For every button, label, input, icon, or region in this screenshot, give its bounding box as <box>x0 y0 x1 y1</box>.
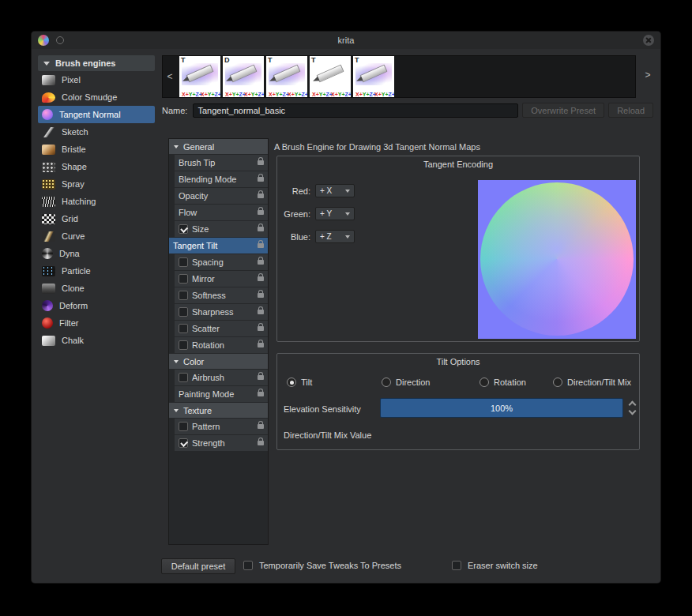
chevron-down-icon <box>174 145 179 148</box>
preset-thumbnail[interactable]: T X+Y+Z+ X+Y+Z+ <box>179 56 220 97</box>
eraser-switch-size-checkbox[interactable] <box>452 561 461 570</box>
radio-button-icon[interactable] <box>553 377 562 387</box>
radio-direction-tilt-mix[interactable]: Direction/Tilt Mix <box>553 377 631 387</box>
sidebar-item-filter[interactable]: Filter <box>38 314 155 332</box>
overwrite-preset-button[interactable]: Overwrite Preset <box>522 103 604 118</box>
option-painting-mode[interactable]: Painting Mode <box>175 386 268 402</box>
radio-rotation[interactable]: Rotation <box>480 377 526 387</box>
lock-icon[interactable] <box>258 424 264 429</box>
green-channel-dropdown[interactable]: + Y <box>315 207 355 220</box>
lock-icon[interactable] <box>258 193 264 198</box>
radio-tilt[interactable]: Tilt <box>287 377 312 387</box>
lock-icon[interactable] <box>258 441 264 445</box>
option-blending-mode[interactable]: Blending Mode <box>175 171 268 187</box>
sidebar-item-clone[interactable]: Clone <box>38 280 155 297</box>
sidebar-item-spray[interactable]: Spray <box>38 175 155 193</box>
blue-channel-dropdown[interactable]: + Z <box>315 230 355 243</box>
hatching-engine-icon <box>42 197 55 207</box>
option-rotation[interactable]: Rotation <box>175 337 268 353</box>
option-airbrush[interactable]: Airbrush <box>175 370 268 385</box>
sidebar-item-pixel[interactable]: Pixel <box>38 71 155 88</box>
brush-engines-header[interactable]: Brush engines <box>38 55 155 71</box>
sidebar-item-bristle[interactable]: Bristle <box>38 141 155 158</box>
reload-button[interactable]: Reload <box>608 103 653 118</box>
preset-thumbnail[interactable]: T X+Y+Z+ X+Y+Z+ <box>310 56 351 97</box>
radio-button-icon[interactable] <box>287 377 296 387</box>
lock-icon[interactable] <box>258 210 264 215</box>
option-tangent-tilt[interactable]: Tangent Tilt <box>169 238 268 254</box>
mirror-checkbox[interactable] <box>179 274 188 284</box>
preset-next-button[interactable]: > <box>641 69 654 81</box>
airbrush-checkbox[interactable] <box>179 373 188 382</box>
sidebar-item-hatching[interactable]: Hatching <box>38 193 155 210</box>
sidebar-item-grid[interactable]: Grid <box>38 210 155 227</box>
size-checkbox[interactable] <box>179 224 188 234</box>
option-size[interactable]: Size <box>175 221 268 237</box>
option-mirror[interactable]: Mirror <box>175 271 268 287</box>
lock-icon[interactable] <box>258 160 264 165</box>
sidebar-item-sketch[interactable]: Sketch <box>38 123 155 141</box>
sidebar-item-tangent-normal[interactable]: Tangent Normal <box>38 106 155 123</box>
rotation-checkbox[interactable] <box>179 340 188 350</box>
option-softness[interactable]: Softness <box>175 287 268 303</box>
dyna-engine-icon <box>42 248 53 259</box>
option-scatter[interactable]: Scatter <box>175 321 268 336</box>
scatter-checkbox[interactable] <box>179 324 188 333</box>
elevation-sensitivity-slider[interactable]: 100% <box>380 398 623 418</box>
lock-icon[interactable] <box>258 177 264 182</box>
pattern-checkbox[interactable] <box>179 422 188 431</box>
lock-icon[interactable] <box>258 243 264 248</box>
preset-prev-button[interactable]: < <box>163 71 177 82</box>
lock-icon[interactable] <box>258 326 264 331</box>
option-strength[interactable]: Strength <box>175 435 268 451</box>
chevron-down-icon <box>43 62 50 66</box>
close-icon[interactable] <box>643 35 654 46</box>
options-header-color[interactable]: Color <box>169 354 268 369</box>
tilt-options-title: Tilt Options <box>277 354 639 366</box>
strength-checkbox[interactable] <box>179 438 188 448</box>
sidebar-item-shape[interactable]: Shape <box>38 158 155 175</box>
sidebar-item-color-smudge[interactable]: Color Smudge <box>38 88 155 106</box>
lock-icon[interactable] <box>258 260 264 265</box>
sidebar-item-dyna[interactable]: Dyna <box>38 245 155 262</box>
window-menu-icon[interactable] <box>56 36 64 44</box>
lock-icon[interactable] <box>258 276 264 281</box>
preset-thumbnail[interactable]: T X+Y+Z+ X+Y+Z+ <box>266 56 307 97</box>
radio-direction[interactable]: Direction <box>382 377 430 387</box>
option-opacity[interactable]: Opacity <box>175 188 268 204</box>
option-flow[interactable]: Flow <box>175 205 268 220</box>
preset-thumbnail[interactable]: D X+Y+Z+ X+Y+Z+ <box>223 56 264 97</box>
sidebar-item-particle[interactable]: Particle <box>38 262 155 280</box>
sharpness-checkbox[interactable] <box>179 307 188 317</box>
spacing-checkbox[interactable] <box>179 257 188 267</box>
options-header-texture[interactable]: Texture <box>169 403 268 418</box>
normal-map-preview <box>478 180 636 339</box>
lock-icon[interactable] <box>258 392 264 396</box>
lock-icon[interactable] <box>258 227 264 231</box>
option-brush-tip[interactable]: Brush Tip <box>175 155 268 171</box>
preset-thumbnail[interactable]: T X+Y+Z+ X+Y+Z+ <box>353 56 394 97</box>
eraser-switch-size-option[interactable]: Eraser switch size <box>452 561 538 570</box>
option-sharpness[interactable]: Sharpness <box>175 304 268 320</box>
softness-checkbox[interactable] <box>179 291 188 300</box>
lock-icon[interactable] <box>258 375 264 380</box>
options-header-general[interactable]: General <box>169 139 268 154</box>
preset-name-input[interactable] <box>193 103 518 118</box>
sidebar-item-chalk[interactable]: Chalk <box>38 332 155 349</box>
lock-icon[interactable] <box>258 293 264 298</box>
spin-down-icon[interactable] <box>629 408 637 415</box>
tilt-options-group: Tilt Options Tilt Direction Rotation Dir… <box>276 353 640 450</box>
sidebar-item-curve[interactable]: Curve <box>38 227 155 245</box>
color-smudge-engine-icon <box>42 92 55 103</box>
lock-icon[interactable] <box>258 343 264 347</box>
radio-button-icon[interactable] <box>480 377 489 387</box>
default-preset-button[interactable]: Default preset <box>161 558 235 574</box>
option-pattern[interactable]: Pattern <box>175 419 268 434</box>
save-tweaks-checkbox[interactable] <box>243 561 253 570</box>
red-channel-dropdown[interactable]: + X <box>315 184 355 197</box>
option-spacing[interactable]: Spacing <box>175 254 268 270</box>
save-tweaks-option[interactable]: Temporarily Save Tweaks To Presets <box>243 561 401 570</box>
sidebar-item-deform[interactable]: Deform <box>38 297 155 314</box>
radio-button-icon[interactable] <box>382 377 391 387</box>
lock-icon[interactable] <box>258 310 264 314</box>
